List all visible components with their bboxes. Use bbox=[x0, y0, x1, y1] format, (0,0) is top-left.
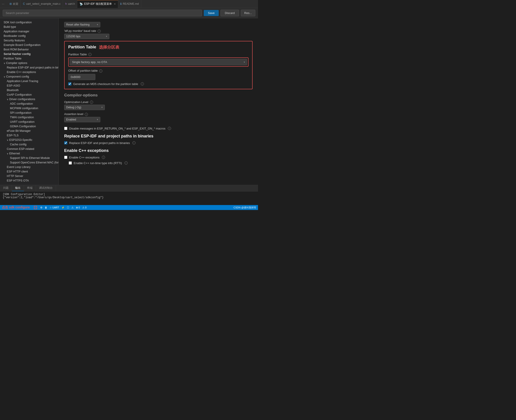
replace-checkbox[interactable] bbox=[64, 141, 67, 144]
sidebar-item-sdk-tool[interactable]: SDK tool configuration bbox=[0, 20, 59, 25]
sidebar-item-gdma[interactable]: GDMA Configuration bbox=[0, 124, 59, 129]
bottom-tab-output[interactable]: 输出 bbox=[12, 185, 24, 191]
sidebar-item-https-ota[interactable]: ESP HTTPS OTA bbox=[0, 178, 59, 183]
baud-rate-select[interactable]: 115200 bps bbox=[64, 34, 109, 39]
esp-idf-icon: 📡 bbox=[80, 2, 83, 6]
tab-welcome[interactable]: ⊞ 欢迎 bbox=[7, 0, 21, 8]
more-icon[interactable]: ··· bbox=[2, 2, 5, 6]
compiler-options-section: Compiler options Optimization Level i De… bbox=[64, 93, 253, 130]
rtti-checkbox[interactable] bbox=[69, 161, 72, 165]
partition-title-cn: 选择分区表 bbox=[99, 45, 119, 50]
sidebar-item-opencores[interactable]: Support OpenCores Ethernet MAC (for use … bbox=[0, 160, 59, 165]
tab-esp-idf[interactable]: 📡 ESP-IDF 项目配置菜单 ✕ bbox=[77, 0, 118, 8]
cpp-exceptions-info-icon[interactable]: i bbox=[102, 156, 105, 159]
sidebar-item-driver-config[interactable]: ∨Driver configurations bbox=[0, 97, 59, 102]
status-gear-icon[interactable]: ⚙ bbox=[40, 206, 43, 209]
sidebar-item-example-board[interactable]: Example Board Configuration bbox=[0, 43, 59, 47]
tab-uart-main[interactable]: C uart_select_example_main.c bbox=[21, 0, 63, 8]
sidebar-item-adc[interactable]: ADC configuration bbox=[0, 102, 59, 106]
reset-button[interactable]: Res... bbox=[241, 10, 255, 16]
search-bar: Save Discard Res... bbox=[0, 8, 258, 18]
sidebar-item-esp-asio[interactable]: ESP-ASIO bbox=[0, 83, 59, 88]
sidebar-item-efuse[interactable]: eFuse Bit Manager bbox=[0, 129, 59, 133]
offset-input[interactable] bbox=[68, 74, 95, 80]
annotation-sdk-configure: 点击 sdk configure bbox=[2, 205, 30, 210]
status-trash-icon[interactable]: 🗑 bbox=[45, 206, 47, 209]
sidebar-item-serial-flasher[interactable]: Serial flasher config bbox=[0, 52, 59, 56]
offset-label: Offset of partition table i bbox=[68, 69, 249, 73]
vs-icon: ⊞ bbox=[9, 2, 12, 5]
bottom-tabs: 问题 输出 终端 调试控制台 bbox=[0, 185, 258, 191]
window-controls: ··· bbox=[2, 2, 5, 6]
sidebar-item-http-client[interactable]: ESP HTTP client bbox=[0, 169, 59, 174]
sidebar-item-esp32s3[interactable]: ∨ESP32S3-Specific bbox=[0, 138, 59, 142]
partition-select[interactable]: Single factory app, no OTA Factory app, … bbox=[70, 59, 247, 65]
sidebar-item-component-config[interactable]: ∨Component config bbox=[0, 74, 59, 79]
sidebar-item-event-loop[interactable]: Event Loop Library bbox=[0, 165, 59, 169]
status-screen-icon[interactable]: ☐ bbox=[67, 206, 69, 209]
bottom-content-line2: {"version":2,"load":"/Users/qs/Desktop/u… bbox=[3, 196, 255, 199]
sidebar-item-uart[interactable]: UART configuration bbox=[0, 120, 59, 124]
reset-after-flashing-wrapper: Reset after flashing bbox=[64, 22, 100, 27]
bottom-tab-problems[interactable]: 问题 bbox=[0, 185, 12, 191]
sidebar-item-cpp-exceptions[interactable]: Enable C++ exceptions bbox=[0, 70, 59, 74]
partition-info-icon[interactable]: i bbox=[88, 53, 91, 56]
sidebar-item-partition-table[interactable]: Partition Table bbox=[0, 56, 59, 61]
sidebar-item-spi[interactable]: SPI configuration bbox=[0, 111, 59, 115]
sidebar-item-cache[interactable]: Cache config bbox=[0, 142, 59, 147]
status-uart-badge: ☆ UART bbox=[50, 206, 59, 209]
disable-msg-row: Disable messages in ESP_RETURN_ON_* and … bbox=[64, 127, 253, 130]
sidebar-item-spi-ethernet[interactable]: Support SPI to Ethernet Module bbox=[0, 156, 59, 160]
md5-info-icon[interactable]: i bbox=[141, 82, 144, 85]
replace-info-icon[interactable]: i bbox=[133, 141, 136, 144]
disable-msg-info-icon[interactable]: i bbox=[168, 127, 171, 130]
save-button[interactable]: Save bbox=[204, 10, 219, 16]
sidebar-item-bootloader[interactable]: Bootloader config bbox=[0, 34, 59, 38]
bottom-content-line1: [SDK Configuration Editor] bbox=[3, 193, 255, 196]
tab-readme[interactable]: ℹ README.md bbox=[118, 0, 141, 8]
sidebar-item-security[interactable]: Security features bbox=[0, 38, 59, 43]
bottom-tab-debug[interactable]: 调试控制台 bbox=[36, 185, 56, 191]
md5-checkbox[interactable] bbox=[68, 82, 71, 85]
tab-uart-h[interactable]: h uart.h bbox=[63, 0, 77, 8]
sidebar-item-esp-tls[interactable]: ESP-TLS bbox=[0, 133, 59, 138]
assertion-select[interactable]: Enabled Disabled bbox=[64, 117, 100, 122]
assertion-wrapper: Enabled Disabled bbox=[64, 117, 100, 122]
bottom-tab-terminal[interactable]: 终端 bbox=[24, 185, 36, 191]
sidebar-item-boot-rom[interactable]: Boot ROM Behavior bbox=[0, 47, 59, 52]
sidebar-item-http-server[interactable]: HTTP Server bbox=[0, 174, 59, 178]
sidebar-item-common-esp[interactable]: Common ESP-related bbox=[0, 147, 59, 151]
md5-label: Generate an MD5 checksum for the partiti… bbox=[73, 82, 138, 86]
baud-rate-info-icon[interactable]: i bbox=[98, 30, 101, 33]
offset-info-icon[interactable]: i bbox=[99, 69, 102, 73]
search-input[interactable] bbox=[3, 10, 202, 16]
bottom-panel: 问题 输出 终端 调试控制台 [SDK Configuration Editor… bbox=[0, 185, 258, 205]
discard-button[interactable]: Discard bbox=[221, 10, 239, 16]
sidebar-item-compiler-options[interactable]: ∨Compiler options bbox=[0, 61, 59, 65]
assertion-info-icon[interactable]: i bbox=[85, 113, 88, 116]
sidebar-item-bluetooth[interactable]: Bluetooth bbox=[0, 88, 59, 92]
sidebar-item-twai[interactable]: TWAI configuration bbox=[0, 115, 59, 120]
opt-level-info-icon[interactable]: i bbox=[90, 101, 93, 104]
sidebar-item-mcpwm[interactable]: MCPWM configuration bbox=[0, 106, 59, 111]
tab-esp-idf-label: ESP-IDF 项目配置菜单 bbox=[84, 2, 112, 6]
replace-section: Replace ESP-IDF and project paths in bin… bbox=[64, 134, 253, 145]
md5-checkbox-row: Generate an MD5 checksum for the partiti… bbox=[68, 82, 249, 86]
partition-table-section: Partition Table 选择分区表 Partition Table i … bbox=[64, 41, 253, 89]
status-flash-icon[interactable]: ⚡ bbox=[61, 206, 65, 209]
bottom-content: [SDK Configuration Editor] {"version":2,… bbox=[0, 191, 258, 205]
rtti-info-icon[interactable]: i bbox=[125, 161, 128, 165]
opt-level-select[interactable]: Debug (-Og) Release (-O2) None (-O0) bbox=[64, 105, 105, 110]
reset-after-flashing-select[interactable]: Reset after flashing bbox=[64, 22, 100, 27]
sidebar-item-replace-paths[interactable]: Replace ESP-IDF and project paths in bin… bbox=[0, 65, 59, 70]
disable-msg-checkbox[interactable] bbox=[64, 127, 67, 130]
cpp-exceptions-checkbox[interactable] bbox=[64, 156, 67, 159]
sidebar-item-ethernet[interactable]: ∨Ethernet bbox=[0, 151, 59, 156]
replace-checkbox-row: Replace ESP-IDF and project paths in bin… bbox=[64, 141, 253, 145]
sidebar-item-app-tracing[interactable]: Application Level Tracing bbox=[0, 79, 59, 83]
baud-rate-label: 'idf.py monitor' baud rate i bbox=[64, 29, 253, 33]
sidebar-item-build-type[interactable]: Build type bbox=[0, 25, 59, 29]
sidebar-item-app-manager[interactable]: Application manager bbox=[0, 29, 59, 34]
tab-close-icon[interactable]: ✕ bbox=[114, 3, 116, 5]
sidebar-item-coap[interactable]: CoAP Configuration bbox=[0, 92, 59, 97]
